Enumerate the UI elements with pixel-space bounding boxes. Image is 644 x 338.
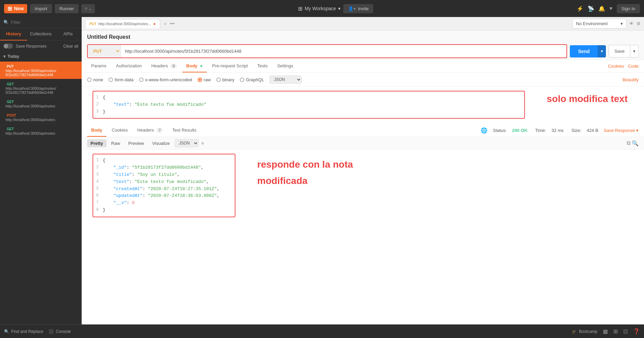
body-format-select[interactable]: JSON Text JavaScript HTML XML: [269, 75, 302, 84]
find-replace-button[interactable]: 🔍 Find and Replace: [4, 329, 43, 334]
time-value: 32 ms: [551, 128, 563, 133]
body-option-none[interactable]: none: [87, 77, 103, 82]
pretty-tab-visualize[interactable]: Visualize: [149, 139, 173, 147]
tab-authorization[interactable]: Authorization: [112, 60, 146, 72]
resp-line-3: 3 "title": "Soy un titulo",: [93, 171, 235, 179]
sign-in-button[interactable]: Sign In: [617, 4, 640, 13]
resp-line-2: 2 "_id": "5f1b28173f27dd0660bd1448",: [93, 164, 235, 171]
satellite-icon[interactable]: 📡: [588, 5, 594, 12]
bootcamp-button[interactable]: 🎓 Bootcamp: [572, 329, 597, 334]
history-item-4[interactable]: GET http://localhost:3000/api/notes: [0, 124, 82, 138]
resp-tab-cookies[interactable]: Cookies: [108, 124, 132, 137]
response-annotation-line1: responde con la nota: [249, 156, 361, 173]
method-select[interactable]: PUT GET POST DELETE PATCH: [88, 45, 121, 57]
grid-icon: ⊞: [298, 5, 302, 12]
tab-tests[interactable]: Tests: [253, 60, 271, 72]
env-chevron-icon: ▾: [621, 21, 623, 26]
send-dropdown-button[interactable]: ▾: [598, 45, 606, 57]
pretty-tab-pretty[interactable]: Pretty: [87, 139, 106, 147]
response-annotation-line2: modificada: [249, 173, 361, 189]
heart-icon[interactable]: ♥: [609, 5, 613, 12]
clear-all-button[interactable]: Clear all: [63, 44, 78, 49]
response-search-icon[interactable]: 🔍: [632, 140, 639, 147]
history-item-0[interactable]: PUT http://localhost:3000/api/notes/5f1b…: [0, 62, 82, 79]
filter-input[interactable]: [11, 20, 78, 25]
code-link[interactable]: Code: [628, 64, 639, 69]
body-option-form-data[interactable]: form-data: [109, 77, 134, 82]
response-body: 1 { 2 "_id": "5f1b28173f27dd0660bd1448",…: [82, 150, 644, 324]
layout-icon-1[interactable]: ▦: [603, 328, 608, 335]
save-group: Save ▾: [609, 45, 639, 57]
body-option-binary[interactable]: binary: [216, 77, 234, 82]
environment-dropdown[interactable]: No Environment ▾: [572, 19, 627, 29]
url-input[interactable]: [121, 45, 566, 57]
method-badge-3: POST: [5, 113, 17, 118]
tab-body[interactable]: Body ●: [182, 60, 207, 72]
workspace-button[interactable]: ⊞ My Workspace ▾: [298, 5, 340, 12]
bell-icon[interactable]: 🔔: [598, 5, 605, 12]
workspace-dropdown-icon: ▾: [338, 6, 341, 11]
layout-icon-3[interactable]: ⊡: [623, 328, 628, 335]
method-badge-1: GET: [5, 82, 15, 87]
method-badge-0: PUT: [5, 64, 15, 69]
pretty-tab-preview[interactable]: Preview: [125, 139, 147, 147]
history-url-1: http://localhost:3000/api/notes/5f1b2817…: [5, 86, 78, 95]
invite-button[interactable]: 👤+ Invite: [343, 4, 374, 13]
fork-button[interactable]: ⑂ ▾: [81, 4, 95, 13]
resp-line-4: 4 "text": "Este texto fue modificado",: [93, 179, 235, 186]
resp-tab-headers[interactable]: Headers 7: [133, 124, 167, 137]
save-response-button[interactable]: Save Response ▾: [604, 128, 639, 133]
history-item-2[interactable]: GET http://localhost:3000/api/notes: [0, 97, 82, 111]
tab-more-button[interactable]: •••: [170, 21, 175, 26]
resp-tab-body[interactable]: Body: [87, 124, 106, 137]
sidebar-tab-collections[interactable]: Collections: [27, 28, 54, 40]
history-item-1[interactable]: GET http://localhost:3000/api/notes/5f1b…: [0, 79, 82, 97]
code-line-1: 1 {: [93, 94, 524, 101]
body-dot: ●: [200, 63, 203, 68]
resp-tab-testresults[interactable]: Test Results: [168, 124, 200, 137]
send-button[interactable]: Send: [570, 45, 598, 57]
sidebar-tab-apis[interactable]: APIs: [54, 28, 82, 40]
body-option-graphql[interactable]: GraphQL: [240, 77, 264, 82]
save-dropdown-button[interactable]: ▾: [630, 45, 639, 57]
label-graphql: GraphQL: [246, 77, 264, 82]
cookies-link[interactable]: Cookies: [608, 64, 624, 69]
lightning-icon[interactable]: ⚡: [577, 5, 583, 12]
pretty-tab-raw[interactable]: Raw: [108, 139, 123, 147]
body-option-raw[interactable]: raw: [198, 77, 211, 82]
console-button[interactable]: ⬛ Console: [49, 329, 71, 334]
bootcamp-label: Bootcamp: [579, 329, 597, 334]
invite-icon: 👤+: [348, 6, 356, 11]
request-tab-active[interactable]: PUT http://localhost:3000/api/notes... ●: [85, 19, 160, 28]
console-label: Console: [56, 329, 71, 334]
import-button[interactable]: Import: [30, 4, 52, 13]
wrap-icon[interactable]: ≡: [201, 141, 204, 146]
tab-settings[interactable]: Settings: [273, 60, 297, 72]
layout-icon-2[interactable]: ⊞: [613, 328, 618, 335]
tab-dot: ●: [153, 21, 155, 26]
tab-params[interactable]: Params: [87, 60, 111, 72]
request-body-box: 1 { 2 "text": "Este texto fue modificado…: [93, 91, 525, 119]
beautify-button[interactable]: Beautify: [623, 77, 639, 82]
eye-icon[interactable]: 👁: [629, 21, 634, 26]
response-format-select[interactable]: JSON Text: [175, 139, 199, 147]
url-bar-row: PUT GET POST DELETE PATCH Send ▾ Save: [87, 44, 639, 58]
help-icon[interactable]: ❓: [633, 328, 640, 335]
save-responses-toggle[interactable]: [3, 44, 13, 49]
history-url-0: http://localhost:3000/api/notes/5f1b2817…: [5, 69, 78, 77]
new-button[interactable]: New: [4, 4, 27, 13]
globe-icon: 🌐: [481, 127, 488, 134]
tab-add-button[interactable]: ＋: [163, 21, 167, 27]
history-item-3[interactable]: POST http://localhost:3000/api/notes: [0, 111, 82, 124]
save-button[interactable]: Save: [609, 45, 630, 57]
runner-button[interactable]: Runner: [55, 4, 79, 13]
save-responses-label: Save Responses: [16, 44, 47, 49]
tab-headers[interactable]: Headers 8: [147, 60, 181, 72]
content-wrapper: PUT http://localhost:3000/api/notes... ●…: [82, 17, 644, 324]
topbar-right: ⚡ 📡 🔔 ♥ Sign In: [577, 4, 640, 13]
body-option-urlencoded[interactable]: x-www-form-urlencoded: [139, 77, 192, 82]
copy-icon[interactable]: ⧉: [627, 140, 630, 146]
settings-icon[interactable]: ⚙: [637, 21, 641, 26]
sidebar-tab-history[interactable]: History: [0, 28, 27, 40]
tab-prerequest[interactable]: Pre-request Script: [208, 60, 252, 72]
